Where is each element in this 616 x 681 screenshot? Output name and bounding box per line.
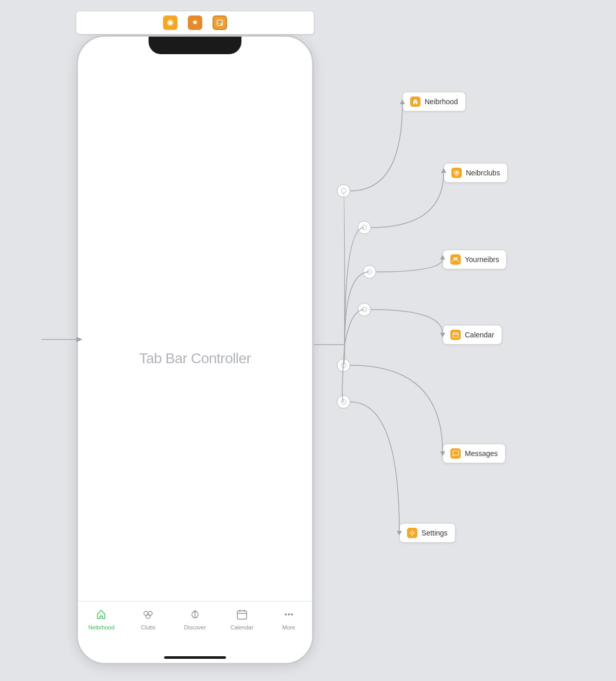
node-icon-neibrhood (410, 96, 420, 107)
tab-clubs[interactable]: Clubs (125, 607, 172, 630)
node-neibrclubs[interactable]: Neibrclubs (444, 163, 508, 183)
home-indicator (164, 656, 226, 659)
node-label-calendar: Calendar (465, 331, 494, 339)
node-label-neibrclubs: Neibrclubs (466, 169, 500, 177)
svg-marker-20 (76, 337, 83, 342)
svg-point-30 (411, 532, 414, 534)
tab-icon-calendar (234, 607, 250, 622)
svg-rect-12 (237, 611, 247, 619)
svg-point-17 (288, 613, 290, 615)
conn-circle-1 (337, 184, 350, 198)
tab-calendar[interactable]: Calendar (218, 607, 265, 630)
toolbar (76, 11, 314, 34)
node-yourneibrs[interactable]: Yourneibrs (443, 250, 507, 269)
phone-frame: Tab Bar Controller Neibrhood Clubs (76, 35, 314, 664)
toolbar-icon-2[interactable] (188, 15, 202, 30)
tab-discover[interactable]: Discover (172, 607, 219, 630)
node-icon-yourneibrs (450, 254, 461, 265)
node-icon-neibrclubs (451, 168, 462, 178)
tab-icon-neibrhood (93, 607, 109, 622)
tab-icon-more (281, 607, 297, 622)
svg-point-1 (169, 21, 172, 24)
conn-circle-5 (337, 359, 350, 372)
conn-circle-4 (358, 303, 371, 316)
phone-content: Tab Bar Controller (78, 54, 312, 663)
tab-neibrhood[interactable]: Neibrhood (78, 607, 125, 630)
svg-rect-26 (453, 333, 458, 337)
conn-circle-3 (363, 265, 376, 279)
svg-point-18 (291, 613, 293, 615)
node-calendar[interactable]: Calendar (443, 325, 502, 345)
svg-rect-5 (218, 24, 220, 25)
phone-notch (149, 37, 241, 54)
svg-point-24 (453, 257, 456, 260)
tab-more[interactable]: More (265, 607, 312, 630)
node-label-yourneibrs: Yourneibrs (465, 255, 499, 264)
tab-label-clubs: Clubs (141, 624, 155, 630)
tab-icon-clubs (140, 607, 156, 622)
entry-arrow (41, 334, 83, 345)
tab-label-calendar: Calendar (230, 624, 253, 630)
tab-label-more: More (282, 624, 295, 630)
tab-bar: Neibrhood Clubs D (78, 601, 312, 663)
phone-title: Tab Bar Controller (139, 350, 251, 367)
node-icon-settings (407, 528, 417, 538)
svg-rect-3 (218, 21, 222, 22)
node-messages[interactable]: Messages (443, 444, 506, 463)
tab-icon-discover (187, 607, 203, 622)
toolbar-icon-3[interactable] (213, 15, 227, 30)
toolbar-icon-1[interactable] (163, 15, 177, 30)
svg-point-8 (146, 614, 150, 619)
svg-point-16 (285, 613, 287, 615)
tab-label-discover: Discover (184, 624, 206, 630)
conn-circle-2 (358, 221, 371, 234)
node-icon-calendar (450, 330, 461, 340)
node-settings[interactable]: Settings (399, 523, 456, 543)
node-label-messages: Messages (465, 449, 498, 458)
conn-circle-6 (337, 395, 350, 409)
node-neibrhood[interactable]: Neibrhood (402, 92, 466, 111)
svg-point-10 (194, 610, 196, 612)
svg-point-25 (456, 257, 458, 260)
node-icon-messages (450, 448, 461, 459)
node-label-neibrhood: Neibrhood (425, 98, 458, 106)
tab-label-neibrhood: Neibrhood (88, 624, 115, 630)
node-label-settings: Settings (422, 529, 448, 537)
svg-rect-4 (218, 22, 222, 23)
